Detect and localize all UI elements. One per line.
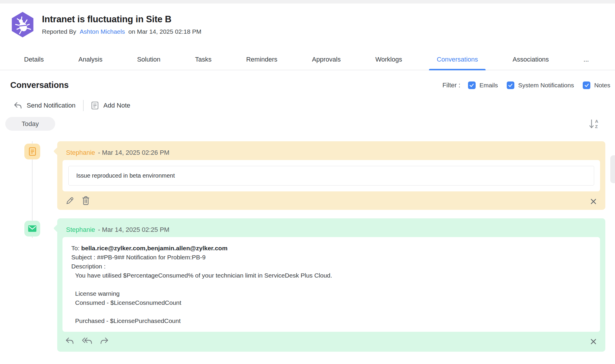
top-strip: [0, 0, 615, 4]
collapse-email-icon[interactable]: [590, 339, 597, 345]
notes-checkbox[interactable]: [583, 81, 590, 89]
email-content: To: bella.rice@zylker.com,benjamin.allen…: [62, 237, 600, 332]
forward-button[interactable]: [100, 337, 109, 345]
reported-by-line: Reported By Ashton Michaels on Mar 14, 2…: [42, 28, 201, 35]
filter-group: Filter : Emails System Notifications Not…: [442, 81, 610, 89]
reply-all-button[interactable]: [82, 337, 92, 345]
send-notification-label: Send Notification: [27, 102, 75, 109]
toolbar-divider: [83, 100, 84, 111]
ticket-header: Intranet is fluctuating in Site B Report…: [0, 4, 615, 38]
delete-note-button[interactable]: [82, 196, 90, 205]
filter-system-notifications-label: System Notifications: [518, 82, 574, 89]
filter-system-notifications[interactable]: System Notifications: [507, 81, 574, 89]
tab-details[interactable]: Details: [24, 56, 44, 70]
tab-tasks[interactable]: Tasks: [195, 56, 212, 70]
note-content-wrapper: Issue reproduced in beta environment: [62, 160, 600, 191]
filter-emails[interactable]: Emails: [468, 81, 498, 89]
email-recipients: bella.rice@zylker.com,benjamin.allen@zyl…: [81, 245, 228, 251]
tab-bar: Details Analysis Solution Tasks Reminder…: [0, 56, 615, 70]
add-note-button[interactable]: Add Note: [91, 101, 130, 110]
note-author: Stephanie: [66, 149, 95, 157]
sort-az-button[interactable]: A Z: [589, 118, 601, 130]
email-body: You have utilised $PercentageConsumed% o…: [71, 271, 591, 325]
page-title: Intranet is fluctuating in Site B: [42, 14, 201, 25]
filter-emails-label: Emails: [479, 82, 498, 89]
email-to-label: To:: [71, 245, 80, 251]
tab-reminders[interactable]: Reminders: [246, 56, 277, 70]
note-timestamp: - Mar 14, 2025 02:26 PM: [98, 149, 169, 157]
note-type-icon: [24, 144, 40, 159]
tab-conversations[interactable]: Conversations: [437, 56, 478, 70]
reply-button[interactable]: [65, 337, 74, 345]
svg-text:A: A: [595, 119, 598, 124]
reply-arrow-icon: [14, 102, 22, 109]
conversations-heading: Conversations: [10, 80, 69, 90]
email-to-line: To: bella.rice@zylker.com,benjamin.allen…: [71, 244, 591, 253]
note-icon: [91, 101, 99, 110]
conversation-email-card: Stephanie - Mar 14, 2025 02:25 PM To: be…: [57, 218, 605, 352]
tab-solution[interactable]: Solution: [137, 56, 160, 70]
tab-more[interactable]: ...: [584, 56, 589, 70]
email-author: Stephanie: [66, 226, 95, 234]
reporter-link[interactable]: Ashton Michaels: [80, 28, 125, 35]
send-notification-button[interactable]: Send Notification: [14, 102, 75, 109]
emails-checkbox[interactable]: [468, 81, 476, 89]
filter-label: Filter :: [442, 81, 460, 89]
email-type-icon: [24, 221, 40, 237]
problem-bug-icon: [10, 11, 35, 38]
collapse-note-icon[interactable]: [590, 198, 597, 205]
edit-note-button[interactable]: [65, 196, 74, 205]
email-description-label: Description :: [71, 262, 591, 271]
email-timestamp: - Mar 14, 2025 02:25 PM: [98, 226, 169, 234]
conversation-note-card: Stephanie - Mar 14, 2025 02:26 PM Issue …: [57, 141, 605, 210]
filter-notes[interactable]: Notes: [583, 81, 610, 89]
date-group-pill: Today: [5, 117, 55, 131]
reported-by-label: Reported By: [42, 28, 76, 35]
system-notifications-checkbox[interactable]: [507, 81, 514, 89]
add-note-label: Add Note: [103, 102, 130, 109]
tab-approvals[interactable]: Approvals: [312, 56, 341, 70]
note-text: Issue reproduced in beta environment: [68, 166, 594, 186]
side-panel-handle[interactable]: [610, 155, 615, 183]
email-subject-line: Subject : ##PB-9## Notification for Prob…: [71, 253, 591, 262]
filter-notes-label: Notes: [594, 82, 610, 89]
tab-worklogs[interactable]: Worklogs: [375, 56, 402, 70]
reported-on: on Mar 14, 2025 02:18 PM: [129, 28, 202, 35]
tab-analysis[interactable]: Analysis: [78, 56, 102, 70]
svg-text:Z: Z: [595, 124, 598, 129]
tab-associations[interactable]: Associations: [513, 56, 549, 70]
